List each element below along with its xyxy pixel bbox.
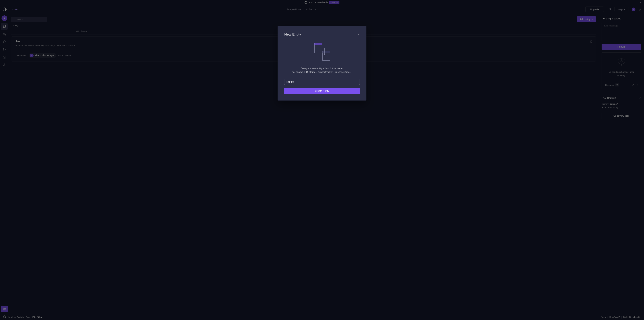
new-entity-modal: New Entity × Give your new entity a desc…: [278, 26, 366, 100]
close-icon[interactable]: ×: [358, 32, 360, 36]
create-entity-button[interactable]: Create Entity: [284, 88, 360, 94]
modal-title: New Entity: [284, 32, 301, 36]
svg-rect-17: [322, 51, 330, 53]
modal-hint: Give your new entity a descriptive name.…: [284, 66, 360, 74]
modal-overlay[interactable]: New Entity × Give your new entity a desc…: [0, 0, 644, 320]
entity-illustration: [284, 41, 360, 61]
entity-name-input[interactable]: [284, 79, 360, 85]
svg-rect-15: [314, 43, 322, 45]
